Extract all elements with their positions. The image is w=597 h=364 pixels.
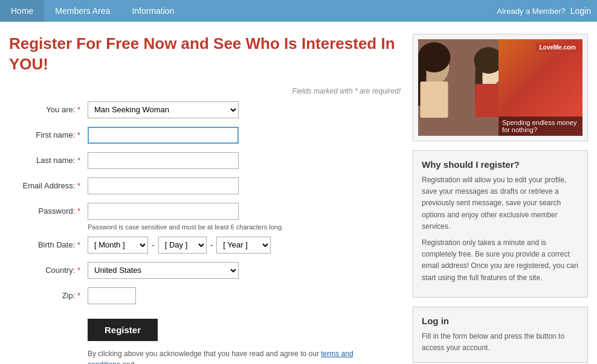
last-name-input[interactable] xyxy=(88,152,239,169)
nav-home[interactable]: Home xyxy=(0,0,44,22)
email-label: Email Address: * xyxy=(9,181,88,190)
login-box-text: Fill in the form below and press the but… xyxy=(422,331,579,354)
nav-information[interactable]: Information xyxy=(121,0,185,22)
password-hint: Password is case sensitive and must be a… xyxy=(88,223,401,231)
video-thumbnail[interactable]: LoveMe.com Spending endless money for no… xyxy=(418,39,582,136)
password-input[interactable] xyxy=(88,203,239,220)
country-label: Country: * xyxy=(9,266,88,275)
first-name-row: First name: * xyxy=(9,127,401,144)
already-member-text: Already a Member? xyxy=(497,7,565,16)
why-register-p1: Registration will allow you to edit your… xyxy=(422,174,579,232)
nav-login-link[interactable]: Login xyxy=(570,6,591,16)
page-title: Register For Free Now and See Who Is Int… xyxy=(9,34,401,75)
first-name-input[interactable] xyxy=(88,127,239,144)
country-row: Country: * United States Canada United K… xyxy=(9,262,401,279)
email-row: Email Address: * xyxy=(9,177,401,194)
terms-prefix: By clicking above you acknowledge that y… xyxy=(88,350,319,358)
birth-date-selects: [ Month ] JanuaryFebruaryMarch AprilMayJ… xyxy=(88,237,271,254)
email-input[interactable] xyxy=(88,177,239,194)
nav-right: Already a Member? Login xyxy=(497,6,597,16)
birth-date-label: Birth Date: * xyxy=(9,240,88,249)
password-label: Password: * xyxy=(9,206,88,216)
nav-links: Home Members Area Information xyxy=(0,0,185,22)
zip-input[interactable] xyxy=(88,287,136,304)
login-box-title: Log in xyxy=(422,316,579,326)
you-are-row: You are: * Man Seeking Woman Woman Seeki… xyxy=(9,101,401,118)
terms-text: By clicking above you acknowledge that y… xyxy=(88,348,378,364)
password-row: Password: * xyxy=(9,203,401,220)
sidebar: LoveMe.com Spending endless money for no… xyxy=(413,34,588,364)
birth-month-select[interactable]: [ Month ] JanuaryFebruaryMarch AprilMayJ… xyxy=(88,237,148,254)
why-register-title: Why should I register? xyxy=(422,159,579,170)
country-select[interactable]: United States Canada United Kingdom Aust… xyxy=(88,262,239,279)
zip-label: Zip: * xyxy=(9,291,88,300)
birth-year-select[interactable]: [ Year ] 2026202520242023202220212020201… xyxy=(216,237,271,254)
video-image xyxy=(418,39,499,136)
first-name-label: First name: * xyxy=(9,130,88,139)
why-register-box: Why should I register? Registration will… xyxy=(413,150,588,298)
terms-and: and xyxy=(122,360,134,364)
register-button[interactable]: Register xyxy=(88,319,158,341)
register-btn-container: Register xyxy=(9,313,401,348)
main-content: Register For Free Now and See Who Is Int… xyxy=(0,22,597,364)
last-name-row: Last name: * xyxy=(9,152,401,169)
form-area: Register For Free Now and See Who Is Int… xyxy=(9,34,401,364)
why-register-p2: Registration only takes a minute and is … xyxy=(422,237,579,284)
video-logo: LoveMe.com xyxy=(536,43,579,52)
svg-rect-8 xyxy=(475,84,498,117)
zip-row: Zip: * xyxy=(9,287,401,304)
birth-day-select[interactable]: [ Day ] for(let i=1;i<=31;i++) document.… xyxy=(158,237,207,254)
video-caption: Spending endless money for nothing? xyxy=(499,117,582,136)
svg-rect-4 xyxy=(420,81,448,118)
you-are-select[interactable]: Man Seeking Woman Woman Seeking Man Man … xyxy=(88,101,239,118)
video-box: LoveMe.com Spending endless money for no… xyxy=(413,34,588,141)
last-name-label: Last name: * xyxy=(9,156,88,165)
login-box: Log in Fill in the form below and press … xyxy=(413,307,588,363)
you-are-label: You are: * xyxy=(9,105,88,114)
birth-date-row: Birth Date: * [ Month ] JanuaryFebruaryM… xyxy=(9,237,401,254)
navbar: Home Members Area Information Already a … xyxy=(0,0,597,22)
nav-members-area[interactable]: Members Area xyxy=(44,0,121,22)
required-note: Fields marked with * are required! xyxy=(9,87,401,95)
